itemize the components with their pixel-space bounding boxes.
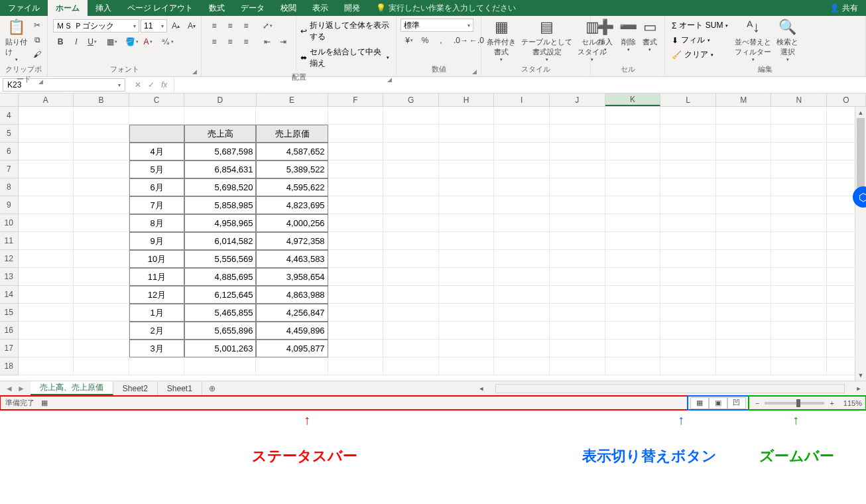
cell-F7[interactable] <box>328 160 384 178</box>
cell-M14[interactable] <box>716 286 772 304</box>
row-header-12[interactable]: 12 <box>0 250 19 268</box>
cell-C14[interactable]: 12月 <box>129 286 185 304</box>
column-header-J[interactable]: J <box>550 94 605 106</box>
zoom-level[interactable]: 115% <box>843 399 862 407</box>
cell-H9[interactable] <box>439 196 495 214</box>
cell-J4[interactable] <box>550 107 605 125</box>
cell-I17[interactable] <box>494 340 550 357</box>
cell-E5[interactable]: 売上原価 <box>256 125 328 143</box>
cancel-formula-button[interactable]: ✕ <box>135 80 141 90</box>
cell-C11[interactable]: 9月 <box>129 232 185 250</box>
cell-A18[interactable] <box>19 357 74 375</box>
column-header-O[interactable]: O <box>827 94 866 106</box>
column-header-K[interactable]: K <box>605 94 661 106</box>
cell-B8[interactable] <box>74 178 129 196</box>
cell-G12[interactable] <box>383 250 439 268</box>
cell-C4[interactable] <box>129 107 185 125</box>
cell-M16[interactable] <box>716 322 772 340</box>
vertical-scrollbar[interactable]: ▲ ▼ <box>855 107 866 381</box>
enter-formula-button[interactable]: ✓ <box>148 80 155 90</box>
cell-E13[interactable]: 3,958,654 <box>256 268 328 286</box>
row-header-5[interactable]: 5 <box>0 125 19 143</box>
cell-B17[interactable] <box>74 340 129 357</box>
tab-data[interactable]: データ <box>233 0 273 16</box>
cell-G11[interactable] <box>383 232 439 250</box>
cell-K4[interactable] <box>605 107 661 125</box>
cell-E4[interactable] <box>256 107 328 125</box>
cell-I16[interactable] <box>494 322 550 340</box>
cell-M18[interactable] <box>716 357 772 375</box>
cell-N17[interactable] <box>771 340 827 357</box>
delete-cells-button[interactable]: ➖削除▾ <box>617 17 640 54</box>
cell-E9[interactable]: 4,823,695 <box>256 196 328 214</box>
paste-button[interactable]: 📋 貼り付け ▾ <box>3 17 30 64</box>
underline-button[interactable]: U <box>85 35 99 48</box>
cell-N15[interactable] <box>771 304 827 322</box>
conditional-formatting-button[interactable]: ▦条件付き 書式▾ <box>484 17 519 64</box>
cell-H6[interactable] <box>439 143 495 160</box>
increase-indent-button[interactable]: ⇥ <box>276 35 290 48</box>
shrink-font-button[interactable]: A▾ <box>184 19 199 32</box>
cell-M8[interactable] <box>716 178 772 196</box>
align-middle-button[interactable]: ≡ <box>223 19 237 32</box>
phonetic-button[interactable]: ᵃ⁄ₐ <box>160 35 175 48</box>
cell-N6[interactable] <box>771 143 827 160</box>
row-header-6[interactable]: 6 <box>0 143 19 160</box>
cell-C9[interactable]: 7月 <box>129 196 185 214</box>
cell-I4[interactable] <box>494 107 550 125</box>
cell-N14[interactable] <box>771 286 827 304</box>
align-top-button[interactable]: ≡ <box>207 19 221 32</box>
row-header-9[interactable]: 9 <box>0 196 19 214</box>
tab-view[interactable]: 表示 <box>304 0 336 16</box>
cell-A12[interactable] <box>19 250 74 268</box>
align-bottom-button[interactable]: ≡ <box>239 19 253 32</box>
scroll-down-button[interactable]: ▼ <box>855 369 866 381</box>
macro-record-icon[interactable]: ▦ <box>41 399 48 407</box>
cell-H7[interactable] <box>439 160 495 178</box>
row-header-13[interactable]: 13 <box>0 268 19 286</box>
cell-L16[interactable] <box>660 322 716 340</box>
cell-C17[interactable]: 3月 <box>129 340 185 357</box>
cell-A5[interactable] <box>19 125 74 143</box>
font-color-button[interactable]: A <box>141 35 155 48</box>
cell-G14[interactable] <box>383 286 439 304</box>
cell-A6[interactable] <box>19 143 74 160</box>
cell-A16[interactable] <box>19 322 74 340</box>
fill-button[interactable]: ⬇フィル▾ <box>669 33 731 47</box>
cell-D4[interactable] <box>184 107 256 125</box>
tab-review[interactable]: 校閲 <box>273 0 304 16</box>
cell-G18[interactable] <box>383 357 439 375</box>
column-header-B[interactable]: B <box>74 94 129 106</box>
tellme-search[interactable]: 💡実行したい作業を入力してください <box>368 0 524 16</box>
cell-H11[interactable] <box>439 232 495 250</box>
number-format-combo[interactable]: 標準▾ <box>401 19 473 32</box>
sheet-nav-next[interactable]: ► <box>17 384 25 393</box>
cell-I9[interactable] <box>494 196 550 214</box>
cell-K10[interactable] <box>605 214 661 232</box>
row-header-8[interactable]: 8 <box>0 178 19 196</box>
cell-M9[interactable] <box>716 196 772 214</box>
cell-J14[interactable] <box>550 286 605 304</box>
cell-C12[interactable]: 10月 <box>129 250 185 268</box>
cell-K8[interactable] <box>605 178 661 196</box>
cell-B9[interactable] <box>74 196 129 214</box>
column-header-D[interactable]: D <box>184 94 256 106</box>
cell-D17[interactable]: 5,001,263 <box>184 340 256 357</box>
cell-H8[interactable] <box>439 178 495 196</box>
cell-G4[interactable] <box>383 107 439 125</box>
column-header-A[interactable]: A <box>19 94 74 106</box>
cell-F11[interactable] <box>328 232 384 250</box>
cell-I12[interactable] <box>494 250 550 268</box>
cell-B11[interactable] <box>74 232 129 250</box>
column-header-L[interactable]: L <box>660 94 716 106</box>
cell-B12[interactable] <box>74 250 129 268</box>
cell-L7[interactable] <box>660 160 716 178</box>
cell-A7[interactable] <box>19 160 74 178</box>
format-painter-button[interactable]: 🖌 <box>30 48 44 61</box>
merge-center-button[interactable]: ⬌セルを結合して中央揃え▾ <box>298 45 392 70</box>
cell-L9[interactable] <box>660 196 716 214</box>
cell-B15[interactable] <box>74 304 129 322</box>
cell-B18[interactable] <box>74 357 129 375</box>
cell-M5[interactable] <box>716 125 772 143</box>
find-select-button[interactable]: 🔍検索と 選択▾ <box>774 17 801 64</box>
